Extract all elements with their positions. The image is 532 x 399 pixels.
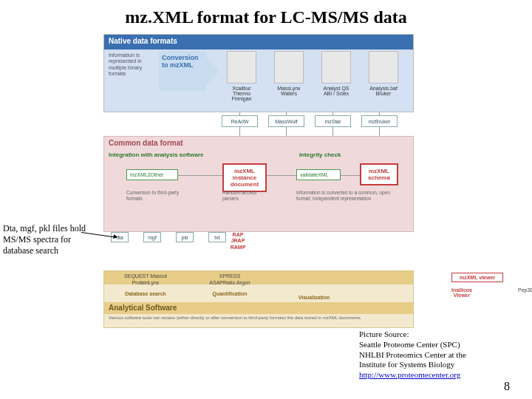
instrument-row: XcaliburThermo Finnigan MassLynxWaters A… — [222, 51, 403, 101]
note-parsers: Random access parsers — [222, 190, 274, 202]
converter-box: mzBruker — [361, 115, 398, 127]
common-header: Common data format — [104, 137, 413, 149]
instrument-icon — [369, 51, 398, 83]
instrument-icon — [274, 51, 304, 83]
converter-box: ReAdW — [222, 115, 258, 127]
native-blurb: Information is represented in multiple b… — [109, 52, 153, 78]
slide-title: mz.XML format for LC-MS/MS data — [0, 0, 532, 30]
parser-stack: RAP JRAP RAMP — [220, 232, 256, 250]
note-conversion: Conversion to third-party formats — [126, 190, 191, 202]
conversion-arrow: Conversion to mzXML — [159, 51, 206, 91]
instrument-vendor: ABI / Sciex — [317, 91, 355, 96]
category-label: Quantification — [191, 291, 268, 296]
file-format: mgf — [143, 232, 161, 242]
instrument-item: Analysis.bafBruker — [364, 51, 403, 101]
conversion-label: Conversion to mzXML — [159, 51, 206, 72]
software-footer: Various software tools can access (eithe… — [109, 316, 361, 320]
instrument-icon — [227, 51, 256, 83]
tool-list: SEQUEST Mascot ProteinLynx — [107, 271, 184, 287]
file-format: pkl — [176, 232, 194, 242]
instrument-vendor: Waters — [270, 91, 308, 96]
software-header: Analytical Software — [104, 302, 413, 314]
instrument-item: XcaliburThermo Finnigan — [222, 51, 261, 101]
category-label: Database search — [107, 291, 184, 296]
validate-box: validateXML — [296, 169, 341, 180]
instrument-name: Analyst QS — [317, 86, 355, 91]
instrument-name: Analysis.baf — [364, 86, 403, 91]
instrument-item: MassLynxWaters — [270, 51, 308, 101]
converter-box: MassWolf — [268, 115, 304, 127]
integrity-label: Integrity check — [299, 151, 341, 158]
pep3d-label: Pep3D — [518, 287, 532, 293]
source-link[interactable]: http://www.proteomecenter.org — [359, 370, 460, 379]
note-open-format: Information is converted to a common, op… — [296, 190, 400, 202]
picture-source: Picture Source: Seattle Proteome Center … — [359, 330, 519, 381]
native-band: Native data formats Information is repre… — [103, 34, 414, 112]
tool-list: XPRESS ASAPRatio Argon — [191, 271, 268, 287]
integration-label: Integration with analysis software — [109, 151, 203, 158]
source-line: Picture Source: — [359, 330, 519, 340]
instrument-icon — [321, 51, 351, 83]
instrument-item: Analyst QSABI / Sciex — [317, 51, 355, 101]
instrument-vendor: Thermo Finnigan — [222, 91, 261, 101]
insilicos-label: Insilicos Viewer — [451, 287, 472, 298]
converter-row: ReAdW MassWolf mzStar mzBruker — [222, 115, 398, 127]
page-number: 8 — [504, 380, 510, 393]
source-line: NHLBI Proteomics Center at the — [359, 350, 519, 361]
mzxml2other-box: mzXML2Other — [126, 169, 178, 180]
source-line: Institute for Systems Biology — [359, 360, 519, 370]
category-label: Visualization — [276, 295, 352, 300]
mzxml-diagram: Native data formats Information is repre… — [103, 34, 414, 330]
instrument-name: MassLynx — [270, 86, 308, 91]
software-band: SEQUEST Mascot ProteinLynx Database sear… — [103, 270, 414, 328]
source-line: Seattle Proteome Center (SPC) — [359, 340, 519, 350]
mzxml-viewer-box: mzXML viewer — [451, 273, 503, 282]
file-format-row: dta mgf pkl txt — [111, 232, 226, 242]
instrument-name: Xcalibur — [222, 86, 261, 91]
native-header: Native data formats — [104, 35, 413, 47]
common-band: Common data format Integration with anal… — [103, 136, 414, 232]
callout-note: Dta, mgf, pkl files hold MS/MS spectra f… — [3, 223, 92, 256]
instance-box: mzXML instance document — [222, 163, 267, 192]
instrument-vendor: Bruker — [364, 91, 403, 96]
schema-box: mzXML schema — [360, 163, 398, 185]
converter-box: mzStar — [315, 115, 351, 127]
